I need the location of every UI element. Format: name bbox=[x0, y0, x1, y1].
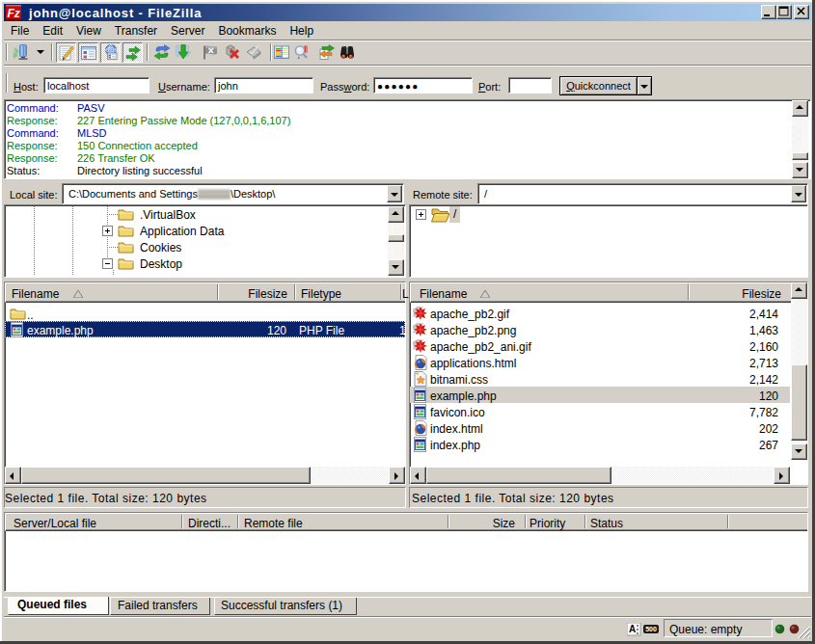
svg-text:Fz: Fz bbox=[8, 7, 20, 20]
svg-text:A: A bbox=[629, 624, 636, 634]
